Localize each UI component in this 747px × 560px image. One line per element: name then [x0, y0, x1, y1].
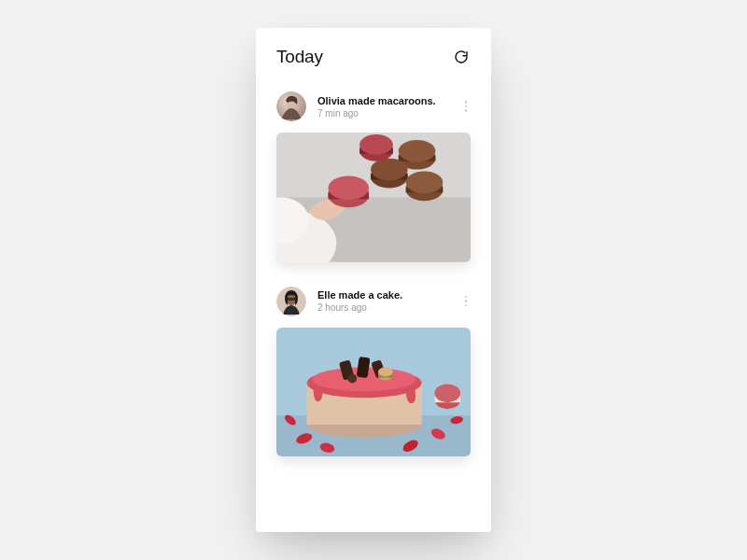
- svg-point-17: [406, 172, 444, 194]
- post-image[interactable]: [276, 328, 471, 457]
- more-button[interactable]: [461, 292, 472, 311]
- svg-point-43: [347, 373, 357, 383]
- macaroons-image: [276, 133, 471, 262]
- post-title: Elle made a cake.: [317, 289, 450, 301]
- post-meta: Olivia made macaroons. 7 min ago: [317, 95, 450, 119]
- svg-rect-23: [287, 298, 296, 301]
- avatar-image: [276, 91, 306, 121]
- more-dots-icon: [465, 296, 468, 299]
- post-header: Olivia made macaroons. 7 min ago: [276, 91, 471, 121]
- avatar-image: [276, 287, 306, 316]
- more-dots-icon: [465, 101, 468, 104]
- svg-point-20: [359, 134, 393, 155]
- post: Elle made a cake. 2 hours ago: [256, 279, 491, 474]
- page-title: Today: [276, 47, 323, 67]
- phone-frame: Today: [256, 28, 491, 532]
- refresh-icon: [454, 49, 469, 64]
- post: Olivia made macaroons. 7 min ago: [256, 84, 491, 279]
- post-title: Olivia made macaroons.: [317, 95, 450, 106]
- avatar[interactable]: [276, 287, 306, 316]
- post-image[interactable]: [276, 133, 471, 262]
- more-button[interactable]: [461, 97, 472, 116]
- svg-point-8: [328, 176, 369, 201]
- svg-point-34: [434, 384, 460, 402]
- post-time: 7 min ago: [317, 108, 450, 119]
- svg-point-11: [399, 140, 436, 162]
- cake-image: [276, 328, 471, 457]
- avatar[interactable]: [276, 91, 306, 121]
- feed: Olivia made macaroons. 7 min ago: [256, 80, 491, 473]
- svg-point-14: [371, 159, 408, 181]
- post-meta: Elle made a cake. 2 hours ago: [317, 289, 450, 313]
- post-header: Elle made a cake. 2 hours ago: [276, 287, 471, 316]
- svg-point-46: [378, 367, 393, 376]
- refresh-button[interactable]: [452, 48, 471, 66]
- header: Today: [256, 28, 491, 80]
- post-time: 2 hours ago: [317, 302, 450, 313]
